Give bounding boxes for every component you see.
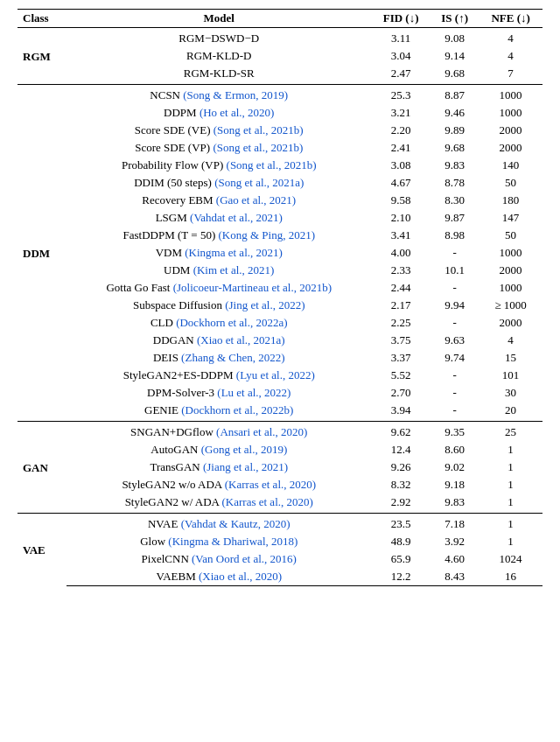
col-nfe: NFE (↓) xyxy=(479,10,542,28)
table-row: RGM-KLD-D3.049.144 xyxy=(18,47,542,65)
nfe-value: 2000 xyxy=(479,262,542,279)
is-value: 9.89 xyxy=(430,122,479,139)
fid-value: 5.52 xyxy=(371,367,430,384)
fid-value: 2.10 xyxy=(371,209,430,227)
fid-value: 12.2 xyxy=(371,568,430,586)
model-cell: CLD (Dockhorn et al., 2022a) xyxy=(66,314,371,332)
nfe-value: 1 xyxy=(479,494,542,514)
model-cell: Gotta Go Fast (Jolicoeur-Martineau et al… xyxy=(66,279,371,297)
nfe-value: 1 xyxy=(479,476,542,494)
col-model: Model xyxy=(66,10,371,28)
is-value: 4.60 xyxy=(430,550,479,568)
citation: (Karras et al., 2020) xyxy=(222,495,313,508)
table-row: DDIM (50 steps) (Song et al., 2021a)4.67… xyxy=(18,174,542,192)
class-cell: VAE xyxy=(18,514,66,586)
nfe-value: 20 xyxy=(479,402,542,422)
nfe-value: 1 xyxy=(479,458,542,476)
fid-value: 25.3 xyxy=(371,85,430,105)
model-cell: StyleGAN2+ES-DDPM (Lyu et al., 2022) xyxy=(66,367,371,384)
nfe-value: 25 xyxy=(479,422,542,442)
class-cell: DDM xyxy=(18,85,66,422)
table-row: VDM (Kingma et al., 2021)4.00-1000 xyxy=(18,244,542,262)
nfe-value: 140 xyxy=(479,157,542,174)
table-row: VAENVAE (Vahdat & Kautz, 2020)23.57.181 xyxy=(18,514,542,534)
nfe-value: 16 xyxy=(479,568,542,586)
citation: (Jolicoeur-Martineau et al., 2021b) xyxy=(173,281,332,294)
table-row: StyleGAN2 w/ ADA (Karras et al., 2020)2.… xyxy=(18,494,542,514)
fid-value: 2.44 xyxy=(371,279,430,297)
citation: (Jing et al., 2022) xyxy=(225,298,304,312)
is-value: 8.30 xyxy=(430,192,479,209)
col-class: Class xyxy=(18,10,66,28)
table-header: Class Model FID (↓) IS (↑) NFE (↓) xyxy=(18,10,542,28)
table-row: Recovery EBM (Gao et al., 2021)9.588.301… xyxy=(18,192,542,209)
is-value: 9.87 xyxy=(430,209,479,227)
nfe-value: 2000 xyxy=(479,314,542,332)
citation: (Van Oord et al., 2016) xyxy=(192,552,297,565)
model-cell: RGM−DSWD−D xyxy=(66,28,371,48)
is-value: 8.60 xyxy=(430,441,479,458)
nfe-value: 2000 xyxy=(479,122,542,139)
model-cell: RGM-KLD-D xyxy=(66,47,371,65)
citation: (Gao et al., 2021) xyxy=(216,193,296,206)
nfe-value: 4 xyxy=(479,28,542,48)
fid-value: 2.33 xyxy=(371,262,430,279)
table-row: Glow (Kingma & Dhariwal, 2018)48.93.921 xyxy=(18,533,542,550)
model-cell: SNGAN+DGflow (Ansari et al., 2020) xyxy=(66,422,371,442)
table-row: TransGAN (Jiang et al., 2021)9.269.021 xyxy=(18,458,542,476)
is-value: 9.83 xyxy=(430,494,479,514)
model-cell: Subspace Diffusion (Jing et al., 2022) xyxy=(66,297,371,314)
fid-value: 8.32 xyxy=(371,476,430,494)
citation: (Song & Ermon, 2019) xyxy=(183,88,288,102)
citation: (Gong et al., 2019) xyxy=(201,443,288,456)
comparison-table: Class Model FID (↓) IS (↑) NFE (↓) RGMRG… xyxy=(18,9,542,586)
is-value: - xyxy=(430,244,479,262)
citation: (Song et al., 2021b) xyxy=(214,123,304,136)
nfe-value: 1000 xyxy=(479,104,542,122)
nfe-value: 147 xyxy=(479,209,542,227)
table-row: Subspace Diffusion (Jing et al., 2022)2.… xyxy=(18,297,542,314)
table-row: DDPM (Ho et al., 2020)3.219.461000 xyxy=(18,104,542,122)
is-value: 8.43 xyxy=(430,568,479,586)
citation: (Lu et al., 2022) xyxy=(217,386,290,399)
is-value: - xyxy=(430,314,479,332)
nfe-value: 50 xyxy=(479,227,542,244)
fid-value: 2.92 xyxy=(371,494,430,514)
table-row: GENIE (Dockhorn et al., 2022b)3.94-20 xyxy=(18,402,542,422)
table-row: LSGM (Vahdat et al., 2021)2.109.87147 xyxy=(18,209,542,227)
nfe-value: 50 xyxy=(479,174,542,192)
nfe-value: 4 xyxy=(479,47,542,65)
is-value: 9.68 xyxy=(430,139,479,157)
model-cell: Recovery EBM (Gao et al., 2021) xyxy=(66,192,371,209)
nfe-value: 30 xyxy=(479,384,542,402)
citation: (Song et al., 2021b) xyxy=(213,141,303,154)
nfe-value: 1000 xyxy=(479,279,542,297)
citation: (Xiao et al., 2021a) xyxy=(197,333,285,346)
model-cell: RGM-KLD-SR xyxy=(66,65,371,85)
nfe-value: ≥ 1000 xyxy=(479,297,542,314)
fid-value: 3.41 xyxy=(371,227,430,244)
model-cell: FastDDPM (T = 50) (Kong & Ping, 2021) xyxy=(66,227,371,244)
citation: (Song et al., 2021b) xyxy=(227,158,317,172)
fid-value: 3.04 xyxy=(371,47,430,65)
model-cell: DPM-Solver-3 (Lu et al., 2022) xyxy=(66,384,371,402)
table-row: VAEBM (Xiao et al., 2020)12.28.4316 xyxy=(18,568,542,586)
table-row: StyleGAN2+ES-DDPM (Lyu et al., 2022)5.52… xyxy=(18,367,542,384)
model-cell: Score SDE (VP) (Song et al., 2021b) xyxy=(66,139,371,157)
model-cell: StyleGAN2 w/o ADA (Karras et al., 2020) xyxy=(66,476,371,494)
table-row: Score SDE (VE) (Song et al., 2021b)2.209… xyxy=(18,122,542,139)
model-cell: Score SDE (VE) (Song et al., 2021b) xyxy=(66,122,371,139)
is-value: 9.68 xyxy=(430,65,479,85)
table-row: FastDDPM (T = 50) (Kong & Ping, 2021)3.4… xyxy=(18,227,542,244)
nfe-value: 1000 xyxy=(479,85,542,105)
is-value: 9.83 xyxy=(430,157,479,174)
model-cell: NCSN (Song & Ermon, 2019) xyxy=(66,85,371,105)
citation: (Vahdat et al., 2021) xyxy=(190,211,283,224)
is-value: 3.92 xyxy=(430,533,479,550)
is-value: 8.98 xyxy=(430,227,479,244)
model-cell: DDIM (50 steps) (Song et al., 2021a) xyxy=(66,174,371,192)
model-cell: Glow (Kingma & Dhariwal, 2018) xyxy=(66,533,371,550)
table-row: DPM-Solver-3 (Lu et al., 2022)2.70-30 xyxy=(18,384,542,402)
is-value: 8.78 xyxy=(430,174,479,192)
nfe-value: 180 xyxy=(479,192,542,209)
